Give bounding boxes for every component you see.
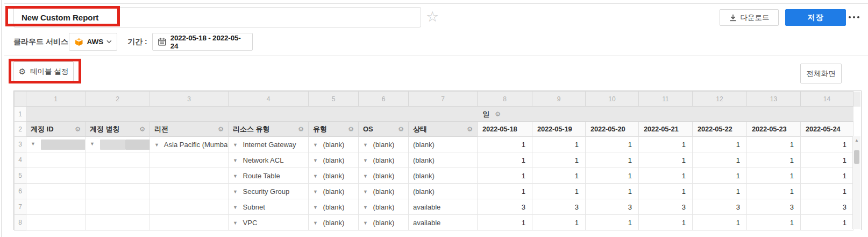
filter-dropdown-icon[interactable]: ▼ bbox=[313, 158, 318, 163]
filter-dropdown-icon[interactable]: ▼ bbox=[313, 173, 318, 179]
row-header-5[interactable]: 5 bbox=[15, 168, 26, 184]
scroll-up-icon[interactable]: ▲ bbox=[853, 136, 860, 145]
filter-dropdown-icon[interactable]: ▼ bbox=[233, 173, 238, 179]
header-os: OS ⚙ bbox=[359, 122, 409, 137]
column-settings-gear-icon[interactable]: ⚙ bbox=[75, 126, 81, 133]
column-header-3[interactable]: 3 bbox=[150, 92, 229, 107]
filter-dropdown-icon[interactable]: ▼ bbox=[31, 141, 35, 147]
gear-icon: ⚙ bbox=[19, 67, 26, 76]
filter-dropdown-icon[interactable]: ▼ bbox=[363, 173, 368, 179]
download-button[interactable]: 다운로드 bbox=[720, 9, 779, 26]
group-settings-gear-icon[interactable]: ⚙ bbox=[495, 110, 501, 118]
save-button[interactable]: 저장 bbox=[785, 9, 846, 26]
cell-type: ▼ (blank) bbox=[309, 215, 359, 231]
row-header-3[interactable]: 3 bbox=[15, 137, 26, 152]
more-menu-button[interactable] bbox=[849, 15, 862, 19]
cell-resource-type: ▼ Route Table bbox=[229, 168, 309, 184]
header-date-1: 2022-05-18 bbox=[478, 122, 532, 137]
cell-value: 1 bbox=[801, 184, 853, 199]
header-date-4: 2022-05-21 bbox=[639, 122, 693, 137]
column-header-14[interactable]: 14 bbox=[801, 92, 853, 107]
period-range-input[interactable]: 2022-05-18 - 2022-05-24 bbox=[152, 33, 253, 51]
cell-region bbox=[150, 184, 229, 199]
row-header-1[interactable]: 1 bbox=[15, 107, 26, 122]
cell-value: 1 bbox=[532, 152, 586, 168]
row-header-2[interactable]: 2 bbox=[15, 122, 26, 137]
column-header-5[interactable]: 5 bbox=[309, 92, 359, 107]
filter-dropdown-icon[interactable]: ▼ bbox=[233, 205, 238, 210]
filter-dropdown-icon[interactable]: ▼ bbox=[363, 220, 368, 226]
cell-region bbox=[150, 199, 229, 215]
column-settings-gear-icon[interactable]: ⚙ bbox=[467, 126, 473, 133]
column-header-11[interactable]: 11 bbox=[639, 92, 693, 107]
filter-dropdown-icon[interactable]: ▼ bbox=[313, 205, 318, 210]
table-row: 6 ▼ Security Group ▼ (blank) ▼ (blank) (… bbox=[15, 184, 861, 199]
column-header-8[interactable]: 8 bbox=[478, 92, 532, 107]
filter-dropdown-icon[interactable]: ▼ bbox=[154, 142, 159, 148]
filter-dropdown-icon[interactable]: ▼ bbox=[363, 205, 368, 210]
table-settings-button[interactable]: ⚙ 테이블 설정 bbox=[13, 61, 74, 81]
cell-account-alias bbox=[86, 168, 150, 184]
cell-value: 1 bbox=[586, 215, 639, 231]
cell-value: 1 bbox=[639, 152, 693, 168]
cell-status: (blank) bbox=[409, 184, 478, 199]
filter-dropdown-icon[interactable]: ▼ bbox=[313, 189, 318, 194]
cell-value: 1 bbox=[532, 184, 586, 199]
column-settings-gear-icon[interactable]: ⚙ bbox=[298, 126, 304, 133]
cell-value: 1 bbox=[586, 137, 639, 152]
scrollbar-thumb[interactable] bbox=[854, 150, 859, 164]
column-header-4[interactable]: 4 bbox=[229, 92, 309, 107]
column-header-13[interactable]: 13 bbox=[747, 92, 801, 107]
column-header-1[interactable]: 1 bbox=[26, 92, 86, 107]
grid-corner-cell[interactable] bbox=[15, 92, 26, 107]
row-header-4[interactable]: 4 bbox=[15, 152, 26, 168]
row-header-6[interactable]: 6 bbox=[15, 184, 26, 199]
header-status: 상태 ⚙ bbox=[409, 122, 478, 137]
column-settings-gear-icon[interactable]: ⚙ bbox=[218, 126, 224, 133]
cloud-service-label: 클라우드 서비스 : bbox=[13, 37, 73, 47]
filter-dropdown-icon[interactable]: ▼ bbox=[233, 142, 238, 148]
column-header-12[interactable]: 12 bbox=[693, 92, 747, 107]
cell-region bbox=[150, 152, 229, 168]
cell-os: ▼ (blank) bbox=[359, 137, 409, 152]
chevron-down-icon bbox=[106, 40, 112, 44]
vertical-scrollbar[interactable]: ▲ bbox=[852, 136, 860, 229]
filter-dropdown-icon[interactable]: ▼ bbox=[363, 142, 368, 148]
table-row: 8 ▼ VPC ▼ (blank) ▼ (blank) available 1 … bbox=[15, 215, 861, 231]
header-account-alias: 계정 별칭 ⚙ bbox=[86, 122, 150, 137]
cell-account-alias: ▼ bbox=[86, 137, 150, 152]
filter-dropdown-icon[interactable]: ▼ bbox=[233, 220, 238, 226]
cell-type: ▼ (blank) bbox=[309, 137, 359, 152]
filter-dropdown-icon[interactable]: ▼ bbox=[313, 142, 318, 148]
header-date-5: 2022-05-22 bbox=[693, 122, 747, 137]
filter-dropdown-icon[interactable]: ▼ bbox=[233, 158, 238, 163]
row-header-8[interactable]: 8 bbox=[15, 215, 26, 231]
column-settings-gear-icon[interactable]: ⚙ bbox=[348, 126, 354, 133]
column-settings-gear-icon[interactable]: ⚙ bbox=[398, 126, 404, 133]
filter-dropdown-icon[interactable]: ▼ bbox=[233, 189, 238, 194]
report-title-input[interactable] bbox=[13, 7, 421, 27]
column-title-row: 2 계정 ID ⚙ 계정 별칭 ⚙ 리전 ⚙ 리소스 유형 ⚙ 유형 ⚙ bbox=[15, 122, 861, 137]
column-header-2[interactable]: 2 bbox=[86, 92, 150, 107]
cell-value: 1 bbox=[639, 168, 693, 184]
favorite-star-icon[interactable]: ☆ bbox=[426, 9, 439, 25]
calendar-icon bbox=[158, 38, 166, 46]
column-header-6[interactable]: 6 bbox=[359, 92, 409, 107]
cell-account-alias bbox=[86, 184, 150, 199]
download-icon bbox=[729, 14, 737, 22]
column-settings-gear-icon[interactable]: ⚙ bbox=[139, 126, 145, 133]
filter-dropdown-icon[interactable]: ▼ bbox=[90, 141, 95, 147]
cell-value: 1 bbox=[478, 152, 532, 168]
filter-dropdown-icon[interactable]: ▼ bbox=[363, 158, 368, 163]
row-header-7[interactable]: 7 bbox=[15, 199, 26, 215]
filter-dropdown-icon[interactable]: ▼ bbox=[363, 189, 368, 194]
cell-value: 1 bbox=[478, 215, 532, 231]
cell-value: 1 bbox=[801, 152, 853, 168]
fullscreen-button[interactable]: 전체화면 bbox=[800, 64, 842, 83]
header-date-3: 2022-05-20 bbox=[586, 122, 639, 137]
column-header-10[interactable]: 10 bbox=[586, 92, 639, 107]
column-header-9[interactable]: 9 bbox=[532, 92, 586, 107]
cloud-service-select[interactable]: AWS bbox=[69, 33, 117, 51]
filter-dropdown-icon[interactable]: ▼ bbox=[313, 220, 318, 226]
column-header-7[interactable]: 7 bbox=[409, 92, 478, 107]
